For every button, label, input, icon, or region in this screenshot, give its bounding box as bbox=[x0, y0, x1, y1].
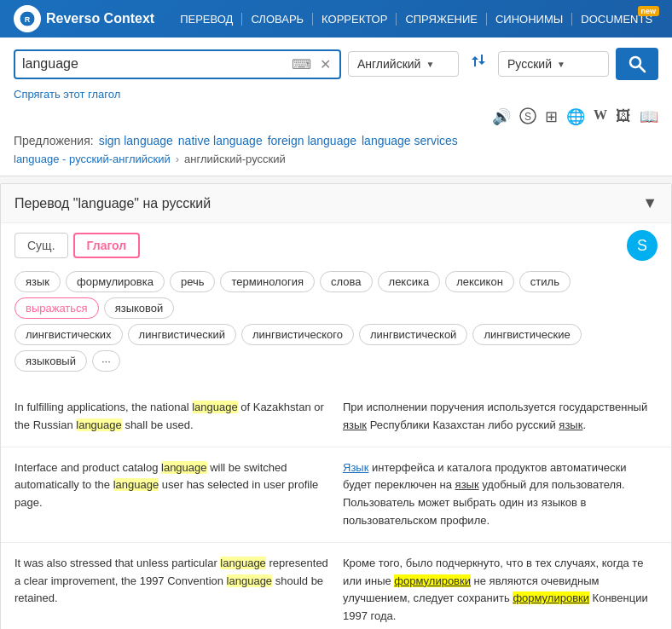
examples-container: In fulfilling applications, the national… bbox=[1, 387, 671, 629]
audio-icon[interactable]: 🔊 bbox=[492, 107, 511, 129]
book-icon[interactable]: 📖 bbox=[640, 107, 658, 129]
tag-stil[interactable]: стиль bbox=[519, 271, 571, 292]
example-1-ru: При исполнении поручения используется го… bbox=[343, 399, 658, 435]
source-lang-select[interactable]: Английский ▼ bbox=[348, 51, 459, 77]
target-lang-select[interactable]: Русский ▼ bbox=[498, 51, 609, 77]
globe-icon[interactable]: 🌐 bbox=[566, 107, 585, 129]
search-button[interactable] bbox=[616, 48, 658, 80]
logo[interactable]: R Reverso Context bbox=[14, 5, 154, 32]
nav-synonyms[interactable]: СИНОНИМЫ bbox=[487, 13, 572, 26]
highlight-language-1a: language bbox=[192, 401, 238, 413]
ul-formulirovki-3a: формулировки bbox=[394, 574, 471, 587]
search-input-icons: ⌨ ✕ bbox=[290, 56, 333, 72]
nav-translate[interactable]: ПЕРЕВОД bbox=[171, 13, 242, 26]
tag-yazykovoy[interactable]: языковой bbox=[104, 297, 175, 319]
tag-lingvisticheskih[interactable]: лингвистических bbox=[14, 324, 123, 345]
nav-documents[interactable]: DOCUMENTS new bbox=[572, 13, 661, 26]
ul-formulirovki-3b: формулировки bbox=[513, 591, 589, 604]
tag-lingvisticheskoy[interactable]: лингвистической bbox=[359, 324, 467, 345]
highlight-language-2a: language bbox=[161, 461, 207, 474]
suggestions-label: Предложения: bbox=[14, 134, 94, 147]
ul-yazyk-2a: Язык bbox=[343, 461, 368, 474]
svg-line-3 bbox=[640, 66, 646, 72]
tag-leksikon[interactable]: лексикон bbox=[445, 271, 514, 292]
pos-row: Сущ. Глагол S bbox=[1, 223, 671, 268]
target-lang-chevron: ▼ bbox=[557, 60, 565, 69]
pos-noun-button[interactable]: Сущ. bbox=[14, 233, 68, 258]
tag-lingvisticheskogo[interactable]: лингвистического bbox=[241, 324, 354, 345]
example-3-en: It was also stressed that unless particu… bbox=[14, 555, 329, 626]
main-nav: ПЕРЕВОД СЛОВАРЬ КОРРЕКТОР СПРЯЖЕНИЕ СИНО… bbox=[171, 13, 661, 26]
swap-languages-button[interactable] bbox=[466, 49, 491, 79]
search-input[interactable] bbox=[22, 56, 290, 72]
tags-row-2: лингвистических лингвистический лингвист… bbox=[14, 324, 658, 372]
translation-header: Перевод "language" на русский ▼ bbox=[1, 184, 671, 223]
nav-dict[interactable]: СЛОВАРЬ bbox=[242, 13, 313, 26]
ul-yazyk-1a: язык bbox=[343, 418, 367, 431]
ul-yazyk-2b: язык bbox=[455, 478, 479, 491]
tag-vyrazhatsya[interactable]: выражаться bbox=[14, 297, 99, 319]
tag-terminologiya[interactable]: терминология bbox=[220, 271, 315, 292]
clear-icon[interactable]: ✕ bbox=[318, 56, 333, 72]
tags-row-1: язык формулировка речь терминология слов… bbox=[14, 271, 658, 319]
expand-icon[interactable]: ▼ bbox=[642, 194, 658, 212]
svg-text:R: R bbox=[25, 15, 31, 24]
tag-yazyk[interactable]: язык bbox=[14, 271, 61, 292]
nav-corrector[interactable]: КОРРЕКТОР bbox=[313, 13, 397, 26]
logo-icon: R bbox=[14, 5, 41, 32]
breadcrumb-separator: › bbox=[176, 153, 179, 165]
tag-yazykovyy[interactable]: языковый bbox=[14, 350, 87, 372]
highlight-language-2b: language bbox=[113, 478, 159, 491]
suggestions-row: Предложения: sign language native langua… bbox=[14, 134, 658, 147]
search-container: ⌨ ✕ Английский ▼ Русский ▼ bbox=[0, 38, 672, 176]
suggestion-foreign-language[interactable]: foreign language bbox=[268, 134, 356, 147]
ul-yazyk-1b: язык bbox=[559, 418, 582, 431]
example-2-ru: Язык интерфейса и каталога продуктов авт… bbox=[343, 459, 658, 530]
example-row-1: In fulfilling applications, the national… bbox=[1, 387, 671, 447]
breadcrumb-link[interactable]: language - русский-английский bbox=[14, 153, 171, 165]
new-badge: new bbox=[638, 6, 660, 16]
tag-lingvisticheskie[interactable]: лингвистические bbox=[472, 324, 581, 345]
example-3-ru: Кроме того, было подчеркнуто, что в тех … bbox=[343, 555, 658, 626]
breadcrumb-current: английский-русский bbox=[184, 153, 286, 165]
toolbar-icons: 🔊 S ⊞ 🌐 W 🖼 📖 bbox=[14, 107, 658, 129]
example-row-3: It was also stressed that unless particu… bbox=[1, 542, 671, 629]
suggestion-native-language[interactable]: native language bbox=[178, 134, 263, 147]
highlight-language-1b: language bbox=[76, 418, 122, 431]
dollar-icon[interactable]: S bbox=[519, 107, 536, 129]
search-row: ⌨ ✕ Английский ▼ Русский ▼ bbox=[14, 48, 658, 80]
pos-verb-button[interactable]: Глагол bbox=[73, 233, 141, 258]
example-1-en: In fulfilling applications, the national… bbox=[14, 399, 329, 435]
source-lang-chevron: ▼ bbox=[426, 60, 434, 69]
example-2-en: Interface and product catalog language w… bbox=[14, 459, 329, 530]
breadcrumb: language - русский-английский › английск… bbox=[14, 153, 658, 169]
tags-container: язык формулировка речь терминология слов… bbox=[1, 268, 671, 384]
tag-rech[interactable]: речь bbox=[170, 271, 216, 292]
target-lang-label: Русский bbox=[507, 57, 552, 71]
tag-formulirovka[interactable]: формулировка bbox=[66, 271, 165, 292]
skype-icon[interactable]: S bbox=[627, 230, 658, 261]
suggestion-sign-language[interactable]: sign language bbox=[99, 134, 173, 147]
pos-buttons: Сущ. Глагол bbox=[14, 233, 140, 258]
wikipedia-icon[interactable]: W bbox=[594, 107, 607, 129]
svg-text:S: S bbox=[524, 111, 531, 123]
header: R Reverso Context ПЕРЕВОД СЛОВАРЬ КОРРЕК… bbox=[0, 0, 672, 38]
tag-more-button[interactable]: ··· bbox=[92, 350, 120, 372]
source-lang-label: Английский bbox=[357, 57, 420, 71]
tag-slova[interactable]: слова bbox=[320, 271, 372, 292]
translation-title: Перевод "language" на русский bbox=[14, 196, 211, 211]
translation-section: Перевод "language" на русский ▼ Сущ. Гла… bbox=[0, 183, 672, 629]
tag-lingvisticheskiy[interactable]: лингвистический bbox=[128, 324, 236, 345]
grid-icon[interactable]: ⊞ bbox=[545, 107, 558, 129]
image-icon[interactable]: 🖼 bbox=[616, 107, 631, 129]
example-row-2: Interface and product catalog language w… bbox=[1, 447, 671, 542]
suggestion-language-services[interactable]: language services bbox=[362, 134, 458, 147]
tag-leksika[interactable]: лексика bbox=[378, 271, 441, 292]
highlight-language-3b: language bbox=[227, 574, 273, 587]
nav-conjugation[interactable]: СПРЯЖЕНИЕ bbox=[397, 13, 487, 26]
logo-text: Reverso Context bbox=[46, 11, 154, 26]
conjugate-link[interactable]: Спрягать этот глагол bbox=[14, 88, 120, 101]
search-input-wrap: ⌨ ✕ bbox=[14, 49, 341, 79]
keyboard-icon[interactable]: ⌨ bbox=[290, 56, 313, 72]
highlight-language-3a: language bbox=[220, 557, 266, 569]
